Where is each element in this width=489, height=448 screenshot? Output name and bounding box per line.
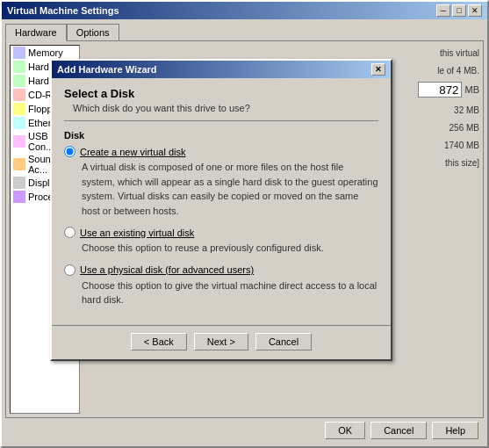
radio-use-physical[interactable] — [64, 264, 76, 276]
back-button[interactable]: < Back — [131, 333, 187, 350]
add-hardware-wizard: Add Hardware Wizard ✕ Select a Disk Whic… — [50, 59, 392, 361]
radio-label-create-new[interactable]: Create a new virtual disk — [80, 147, 185, 157]
radio-desc-use-existing: Choose this option to reuse a previously… — [82, 241, 378, 256]
radio-create-new[interactable] — [64, 146, 76, 157]
help-button[interactable]: Help — [432, 422, 478, 439]
close-button[interactable]: ✕ — [468, 4, 482, 17]
disk-section-label: Disk — [64, 130, 378, 141]
radio-option-create-new: Create a new virtual disk A virtual disk… — [64, 146, 378, 218]
ok-button[interactable]: OK — [325, 422, 365, 439]
next-button[interactable]: Next > — [194, 333, 248, 350]
modal-footer: < Back Next > Cancel — [52, 325, 391, 359]
window-title: Virtual Machine Settings — [7, 5, 119, 16]
modal-close-button[interactable]: ✕ — [371, 63, 385, 76]
radio-use-existing[interactable] — [64, 227, 76, 238]
tab-options[interactable]: Options — [67, 24, 119, 41]
cancel-button[interactable]: Cancel — [370, 422, 427, 439]
radio-row-create-new: Create a new virtual disk — [64, 146, 378, 157]
radio-row-use-physical: Use a physical disk (for advanced users) — [64, 264, 378, 276]
tab-panel: Memory Hard Dis... Hard Dis... CD-ROM Fl… — [5, 40, 484, 418]
modal-title: Add Hardware Wizard — [57, 64, 157, 75]
modal-header-subtitle: Which disk do you want this drive to use… — [73, 103, 378, 113]
maximize-button[interactable]: □ — [452, 4, 466, 17]
radio-label-use-existing[interactable]: Use an existing virtual disk — [80, 228, 194, 238]
tab-hardware[interactable]: Hardware — [5, 24, 67, 41]
radio-desc-create-new: A virtual disk is composed of one or mor… — [82, 160, 378, 218]
minimize-button[interactable]: ─ — [436, 4, 450, 17]
radio-option-use-physical: Use a physical disk (for advanced users)… — [64, 264, 378, 307]
main-window: Virtual Machine Settings ─ □ ✕ Hardware … — [0, 0, 489, 448]
tab-bar: Hardware Options — [5, 23, 484, 40]
modal-title-bar: Add Hardware Wizard ✕ — [52, 61, 391, 78]
main-content: Hardware Options Memory Hard Dis... Hard… — [2, 19, 487, 446]
title-bar: Virtual Machine Settings ─ □ ✕ — [2, 2, 487, 19]
modal-body: Select a Disk Which disk do you want thi… — [52, 78, 391, 325]
title-bar-buttons: ─ □ ✕ — [436, 4, 482, 17]
modal-overlay: Add Hardware Wizard ✕ Select a Disk Whic… — [6, 41, 483, 417]
radio-label-use-physical[interactable]: Use a physical disk (for advanced users) — [80, 264, 254, 275]
radio-desc-use-physical: Choose this option to give the virtual m… — [82, 278, 378, 307]
modal-header-section: Select a Disk Which disk do you want thi… — [64, 87, 378, 121]
radio-row-use-existing: Use an existing virtual disk — [64, 227, 378, 238]
modal-cancel-button[interactable]: Cancel — [255, 333, 312, 350]
radio-option-use-existing: Use an existing virtual disk Choose this… — [64, 227, 378, 256]
bottom-buttons: OK Cancel Help — [5, 418, 484, 443]
modal-header-title: Select a Disk — [64, 87, 378, 100]
